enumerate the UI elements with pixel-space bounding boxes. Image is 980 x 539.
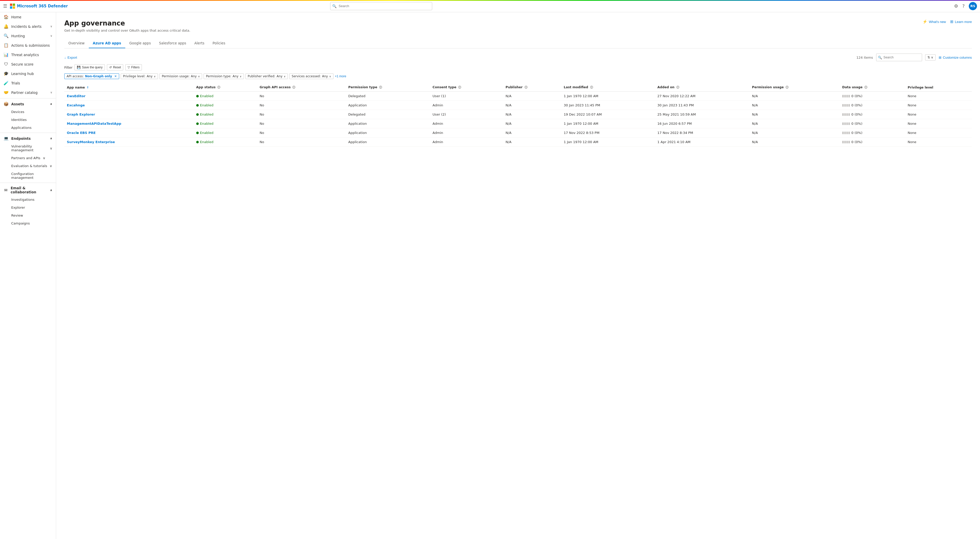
cell-app-name[interactable]: Oracle EBS PRE <box>64 128 194 137</box>
filter-chip-privilege[interactable]: Privilege level: Any ∨ <box>121 73 158 79</box>
sidebar-section-endpoints[interactable]: 💻 Endpoints ∧ <box>0 134 56 142</box>
sidebar-item-actions[interactable]: 📋 Actions & submissions <box>0 41 56 50</box>
sidebar-label-partners-apis: Partners and APIs <box>11 156 40 160</box>
sidebar-item-incidents[interactable]: 🔔 Incidents & alerts ∨ <box>0 22 56 31</box>
filter-chip-api-access[interactable]: API access: Non-Graph only ✕ <box>64 73 119 79</box>
sidebar-label-endpoints: Endpoints <box>11 137 30 141</box>
sidebar-label-identities: Identities <box>11 118 27 122</box>
avatar[interactable]: RS <box>969 2 977 10</box>
bar <box>844 104 846 107</box>
tab-policies[interactable]: Policies <box>208 38 229 48</box>
sidebar-item-eval[interactable]: Evaluation & tutorials ∨ <box>0 162 56 170</box>
sidebar-item-threat[interactable]: 📊 Threat analytics <box>0 50 56 59</box>
cell-app-name[interactable]: Graph Explorer <box>64 110 194 119</box>
save-query-button[interactable]: 💾 Save the query <box>75 64 105 70</box>
cell-graph-api: No <box>257 119 346 128</box>
sidebar-item-explorer[interactable]: Explorer <box>0 204 56 211</box>
status-dot <box>196 141 199 143</box>
chip-close-icon[interactable]: ✕ <box>114 75 117 78</box>
cell-app-name[interactable]: Excahnge <box>64 101 194 110</box>
page-title: App governance <box>64 19 125 27</box>
hamburger-icon[interactable]: ☰ <box>3 3 7 9</box>
sidebar-label-threat: Threat analytics <box>11 53 39 57</box>
table-row: Excahnge Enabled No Application Admin N/… <box>64 101 972 110</box>
chevron-down-icon: ∨ <box>329 75 331 78</box>
help-icon[interactable]: ? <box>962 3 965 9</box>
customize-columns-button[interactable]: ⊞ Customize columns <box>939 56 972 59</box>
sidebar-item-trials[interactable]: 🧪 Trials <box>0 78 56 88</box>
data-bars <box>842 132 850 134</box>
sidebar-label-trials: Trials <box>11 81 20 85</box>
cell-app-name[interactable]: EwsEditor <box>64 92 194 101</box>
sidebar-item-home[interactable]: 🏠 Home <box>0 12 56 22</box>
cell-permission-usage: N/A <box>749 128 840 137</box>
sidebar-item-review[interactable]: Review <box>0 211 56 219</box>
sidebar-item-identities[interactable]: Identities <box>0 116 56 124</box>
info-icon: ⓘ <box>676 86 679 89</box>
sidebar-item-investigations[interactable]: Investigations <box>0 196 56 204</box>
sidebar-section-email[interactable]: ✉ Email & collaboration ∧ <box>0 184 56 196</box>
tab-alerts[interactable]: Alerts <box>190 38 208 48</box>
svg-rect-0 <box>10 3 12 6</box>
cell-app-name[interactable]: ManagementAPIDataTestApp <box>64 119 194 128</box>
sidebar-item-applications[interactable]: Applications <box>0 124 56 132</box>
cell-permission-usage: N/A <box>749 101 840 110</box>
bar <box>844 122 846 125</box>
sidebar-label-explorer: Explorer <box>11 206 25 210</box>
reset-button[interactable]: ↺ Reset <box>107 64 123 70</box>
table-search-bar[interactable]: 🔍 <box>876 54 922 61</box>
sidebar-item-partners-apis[interactable]: Partners and APIs ∨ <box>0 154 56 162</box>
cell-app-name[interactable]: SurveyMonkey Enterprise <box>64 137 194 147</box>
settings-icon[interactable]: ⚙ <box>954 3 958 9</box>
bar <box>842 122 844 125</box>
chip-value: Any <box>147 75 153 78</box>
sidebar-item-campaigns[interactable]: Campaigns <box>0 219 56 227</box>
cell-permission-usage: N/A <box>749 110 840 119</box>
brand: Microsoft 365 Defender <box>10 3 68 9</box>
cell-publisher: N/A <box>503 92 561 101</box>
sidebar-label-eval: Evaluation & tutorials <box>11 164 47 168</box>
more-filters-button[interactable]: +1 more <box>335 75 346 78</box>
whats-new-button[interactable]: ⚡ What's new <box>923 19 946 24</box>
table-header-row: App name ↑ App status ⓘ Graph API access… <box>64 83 972 92</box>
learn-more-button[interactable]: ⊞ Learn more <box>950 19 972 24</box>
cell-graph-api: No <box>257 110 346 119</box>
cell-last-modified: 1 Jan 1970 12:00 AM <box>561 119 655 128</box>
bar <box>846 113 848 116</box>
filter-chip-publisher-verified[interactable]: Publisher verified: Any ∨ <box>245 73 288 79</box>
tab-google-apps[interactable]: Google apps <box>125 38 155 48</box>
info-icon: ⓘ <box>293 86 295 89</box>
filter-chip-permission-type[interactable]: Permission type: Any ∨ <box>204 73 244 79</box>
status-dot <box>196 95 199 97</box>
sidebar-item-secure[interactable]: 🛡 Secure score <box>0 59 56 69</box>
sidebar-label-config: Configuration management <box>11 172 52 180</box>
table-search-input[interactable] <box>876 54 922 61</box>
sort-button[interactable]: ⇅ ∨ <box>925 54 935 60</box>
bar <box>846 104 848 107</box>
filter-chip-permission-usage[interactable]: Permission usage: Any ∨ <box>159 73 202 79</box>
sidebar-item-config[interactable]: Configuration management <box>0 170 56 181</box>
filters-button[interactable]: ▽ Filters <box>125 64 142 70</box>
export-button[interactable]: ↓ Export <box>64 56 77 59</box>
tab-azure-ad-apps[interactable]: Azure AD apps <box>89 38 125 48</box>
sidebar-section-assets[interactable]: 📦 Assets ∧ <box>0 100 56 108</box>
sidebar-item-partner[interactable]: 🤝 Partner catalog ∨ <box>0 88 56 97</box>
sidebar-item-vuln[interactable]: Vulnerability management ∨ <box>0 142 56 154</box>
col-consent-type: Consent type ⓘ <box>430 83 503 92</box>
filter-chip-services-accessed[interactable]: Services accessed: Any ∨ <box>290 73 333 79</box>
sidebar-item-devices[interactable]: Devices <box>0 108 56 116</box>
filter-icon: ▽ <box>127 65 130 69</box>
sidebar-item-learning[interactable]: 🎓 Learning hub <box>0 69 56 78</box>
cell-permission-usage: N/A <box>749 92 840 101</box>
sidebar: 🏠 Home 🔔 Incidents & alerts ∨ 🔍 Hunting … <box>0 12 56 539</box>
cell-app-status: Enabled <box>194 119 257 128</box>
cell-graph-api: No <box>257 101 346 110</box>
sidebar-item-hunting[interactable]: 🔍 Hunting ∨ <box>0 31 56 41</box>
tab-salesforce-apps[interactable]: Salesforce apps <box>155 38 190 48</box>
global-search-bar[interactable]: 🔍 <box>330 2 432 10</box>
sidebar-label-incidents: Incidents & alerts <box>11 24 41 29</box>
trials-icon: 🧪 <box>3 81 9 86</box>
tab-overview[interactable]: Overview <box>64 38 89 48</box>
global-search-input[interactable] <box>330 2 432 10</box>
status-dot <box>196 132 199 134</box>
